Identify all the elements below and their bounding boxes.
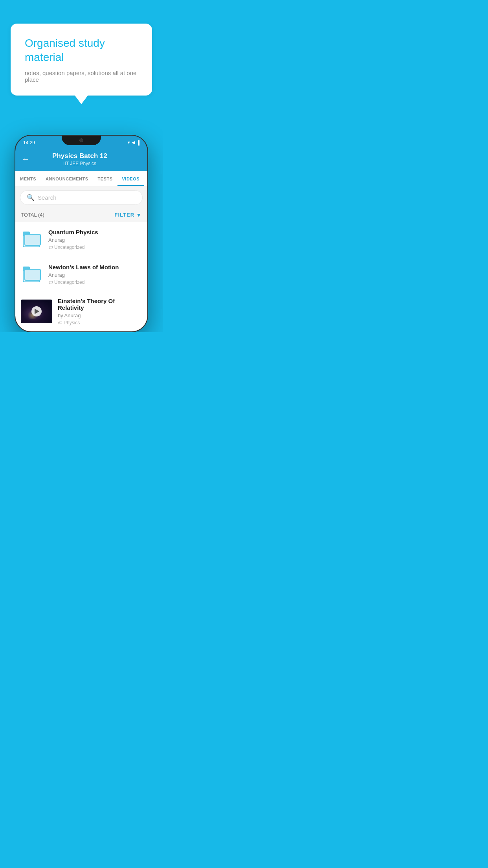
video-list: Quantum Physics Anurag 🏷 Uncategorized [15,222,147,331]
tag-label: Uncategorized [54,280,84,285]
tab-videos[interactable]: VIDEOS [117,171,145,186]
tab-ments[interactable]: MENTS [15,171,41,186]
header-info: Physics Batch 12 IIT JEE Physics [34,152,125,166]
tag-icon: 🏷 [48,280,53,285]
video-tag: 🏷 Physics [58,320,142,326]
phone-notch [62,136,101,145]
tag-icon: 🏷 [48,245,53,250]
video-tag: 🏷 Uncategorized [48,280,142,285]
tab-bar: MENTS ANNOUNCEMENTS TESTS VIDEOS [15,171,147,186]
video-info: Einstein's Theory Of Relativity by Anura… [58,298,142,326]
video-title: Newton's Laws of Motion [48,264,142,270]
video-info: Newton's Laws of Motion Anurag 🏷 Uncateg… [48,264,142,285]
batch-subtitle: IIT JEE Physics [34,161,125,166]
video-author: Anurag [48,272,142,278]
bubble-title: Organised study material [25,36,138,65]
wifi-icon: ▾ [128,140,130,145]
status-time: 14:29 [23,140,35,145]
signal-icon: ◀ [132,140,135,145]
video-title: Einstein's Theory Of Relativity [58,298,142,311]
video-author: by Anurag [58,313,142,318]
filter-icon: ▼ [136,212,142,218]
folder-icon [23,232,41,247]
filter-label: FILTER [115,212,135,218]
folder-thumbnail [21,228,43,250]
hero-section: Organised study material notes, question… [0,0,163,111]
search-icon: 🔍 [27,194,35,201]
phone-frame: 14:29 ▾ ◀ ▐ ← Physics Batch 12 IIT JEE P… [15,135,148,332]
camera [79,138,83,142]
video-title: Quantum Physics [48,229,142,235]
search-placeholder: Search [38,194,57,201]
speech-bubble: Organised study material notes, question… [11,24,152,96]
folder-icon [23,267,41,282]
search-input-wrapper[interactable]: 🔍 Search [20,190,143,205]
battery-icon: ▐ [136,140,139,145]
app-header: ← Physics Batch 12 IIT JEE Physics [15,148,147,171]
filter-row: TOTAL (4) FILTER ▼ [15,209,147,222]
phone-wrapper: 14:29 ▾ ◀ ▐ ← Physics Batch 12 IIT JEE P… [0,135,163,332]
video-info: Quantum Physics Anurag 🏷 Uncategorized [48,229,142,250]
folder-thumbnail [21,263,43,285]
list-item[interactable]: Einstein's Theory Of Relativity by Anura… [15,292,147,331]
status-icons: ▾ ◀ ▐ [128,140,139,145]
list-item[interactable]: Quantum Physics Anurag 🏷 Uncategorized [15,222,147,257]
tag-icon: 🏷 [58,320,62,325]
search-bar-container: 🔍 Search [15,186,147,209]
page-wrapper: Organised study material notes, question… [0,0,163,332]
video-thumbnail [21,300,52,323]
video-author: Anurag [48,237,142,243]
video-tag: 🏷 Uncategorized [48,245,142,250]
batch-title: Physics Batch 12 [34,152,125,160]
tab-tests[interactable]: TESTS [93,171,117,186]
filter-button[interactable]: FILTER ▼ [115,212,142,218]
tab-announcements[interactable]: ANNOUNCEMENTS [41,171,93,186]
total-count: TOTAL (4) [21,212,44,218]
back-button[interactable]: ← [22,154,29,164]
tag-label: Uncategorized [54,245,84,250]
play-triangle-icon [35,309,39,314]
bubble-subtitle: notes, question papers, solutions all at… [25,70,138,83]
list-item[interactable]: Newton's Laws of Motion Anurag 🏷 Uncateg… [15,257,147,292]
tag-label: Physics [64,320,80,326]
play-button[interactable] [31,306,42,316]
